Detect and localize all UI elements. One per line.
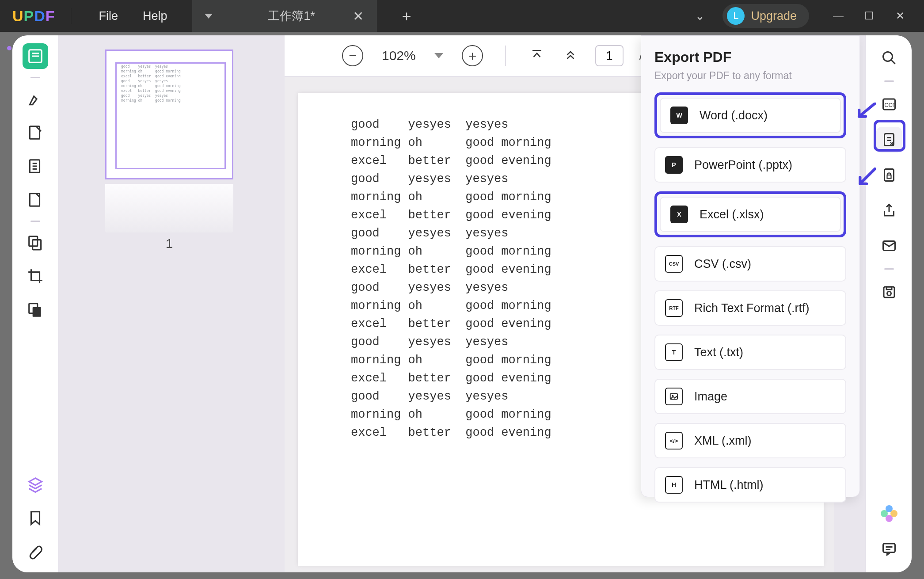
left-toolbar: [12, 35, 59, 572]
window-maximize-button[interactable]: ☐: [858, 10, 881, 22]
redact-icon: [27, 301, 44, 318]
svg-rect-22: [887, 175, 891, 179]
book-icon: [27, 48, 44, 65]
export-option-label: XML (.xml): [694, 434, 752, 448]
export-option-rtf[interactable]: RTF Rich Text Format (.rtf): [654, 290, 846, 326]
separator: [30, 221, 40, 222]
menu-help[interactable]: Help: [130, 9, 180, 23]
export-option-word[interactable]: W Word (.docx): [660, 98, 841, 133]
menu-file[interactable]: File: [87, 9, 131, 23]
bookmarks-button[interactable]: [23, 505, 48, 531]
titlebar-right: ⌄ L Upgrade — ☐ ✕: [695, 0, 924, 32]
share-button[interactable]: [876, 198, 902, 223]
pages-icon: [27, 158, 44, 175]
marker-icon: [27, 91, 44, 107]
page-number-input[interactable]: 1: [595, 45, 624, 66]
page-thumbnail[interactable]: good yesyes yesyes morning oh good morni…: [105, 50, 233, 179]
export-option-html[interactable]: H HTML (.html): [654, 467, 846, 503]
search-icon: [881, 50, 897, 66]
reader-mode-button[interactable]: [23, 43, 48, 69]
zoom-chevron-icon[interactable]: [434, 53, 443, 58]
layers-button[interactable]: [23, 472, 48, 497]
thumbnail-page-number: 1: [105, 236, 233, 251]
search-button[interactable]: [876, 45, 902, 71]
upgrade-button[interactable]: L Upgrade: [722, 4, 809, 28]
chevrons-up-icon: [564, 48, 577, 61]
callout-highlight-export-button: [874, 120, 905, 152]
separator: [884, 268, 894, 270]
layers-icon: [27, 476, 44, 493]
new-tab-button[interactable]: ＋: [389, 0, 424, 32]
export-option-label: HTML (.html): [694, 478, 764, 492]
ocr-icon: OCR: [881, 96, 897, 112]
email-button[interactable]: [876, 233, 902, 259]
duplicate-icon: [27, 234, 44, 251]
zoom-value[interactable]: 102%: [382, 48, 416, 63]
export-option-label: Image: [694, 390, 727, 404]
form-tool-button[interactable]: [23, 187, 48, 213]
svg-rect-10: [33, 240, 41, 250]
thumbnail-panel: good yesyes yesyes morning oh good morni…: [59, 35, 285, 572]
zoom-in-button[interactable]: ＋: [462, 45, 483, 66]
export-option-label: Word (.docx): [700, 109, 768, 122]
svg-text:OCR: OCR: [884, 102, 896, 108]
zoom-out-button[interactable]: −: [342, 45, 363, 66]
svg-point-25: [887, 292, 891, 296]
redact-tool-button[interactable]: [23, 297, 48, 323]
compare-tool-button[interactable]: [23, 230, 48, 255]
svg-line-17: [891, 60, 895, 64]
mail-icon: [881, 238, 897, 254]
export-option-csv[interactable]: CSV CSV (.csv): [654, 246, 846, 282]
attachments-button[interactable]: [23, 539, 48, 564]
paperclip-icon: [27, 543, 44, 560]
save-button[interactable]: [876, 279, 902, 305]
tab-chevron-icon[interactable]: [205, 14, 213, 19]
rtf-icon: RTF: [665, 299, 683, 317]
go-top-icon: [530, 48, 544, 61]
crop-icon: [27, 268, 44, 285]
powerpoint-icon: P: [665, 156, 683, 174]
page-text-content: good yesyes yesyes morning oh good morni…: [351, 116, 551, 442]
crop-tool-button[interactable]: [23, 263, 48, 289]
user-avatar: L: [727, 7, 745, 25]
tab-close-button[interactable]: ✕: [353, 8, 364, 24]
tab-list-chevron-icon[interactable]: ⌄: [695, 9, 705, 23]
prev-page-button[interactable]: [562, 48, 579, 64]
protect-button[interactable]: [876, 162, 902, 188]
export-option-label: CSV (.csv): [694, 257, 751, 271]
highlight-tool-button[interactable]: [23, 86, 48, 112]
export-option-powerpoint[interactable]: P PowerPoint (.pptx): [654, 147, 846, 183]
app-body: good yesyes yesyes morning oh good morni…: [12, 35, 912, 572]
word-icon: W: [670, 107, 688, 124]
text-icon: T: [665, 343, 683, 361]
export-option-text[interactable]: T Text (.txt): [654, 335, 846, 370]
excel-icon: X: [670, 206, 688, 223]
export-option-label: PowerPoint (.pptx): [694, 158, 792, 172]
ai-assistant-button[interactable]: [876, 501, 902, 526]
flower-icon: [882, 506, 897, 521]
export-option-image[interactable]: Image: [654, 379, 846, 414]
svg-rect-26: [886, 287, 892, 290]
edit-page-icon: [27, 124, 44, 141]
comment-icon: [881, 541, 897, 557]
export-option-xml[interactable]: </> XML (.xml): [654, 423, 846, 458]
separator: [30, 77, 40, 78]
svg-rect-12: [33, 307, 41, 317]
svg-point-16: [883, 52, 892, 61]
export-option-label: Text (.txt): [694, 346, 743, 359]
ocr-button[interactable]: OCR: [876, 91, 902, 117]
html-icon: H: [665, 476, 683, 494]
first-page-button[interactable]: [528, 48, 546, 64]
save-icon: [881, 284, 897, 300]
page-manager-button[interactable]: [23, 153, 48, 179]
highlight-word: W Word (.docx): [654, 92, 846, 138]
edit-tool-button[interactable]: [23, 120, 48, 145]
window-close-button[interactable]: ✕: [889, 10, 912, 22]
image-icon: [665, 388, 683, 405]
upgrade-label: Upgrade: [751, 9, 797, 23]
comments-button[interactable]: [876, 536, 902, 562]
document-tab[interactable]: 工作簿1* ✕: [192, 0, 377, 32]
export-option-excel[interactable]: X Excel (.xlsx): [660, 197, 841, 232]
separator: [505, 46, 506, 66]
window-minimize-button[interactable]: —: [827, 10, 850, 22]
